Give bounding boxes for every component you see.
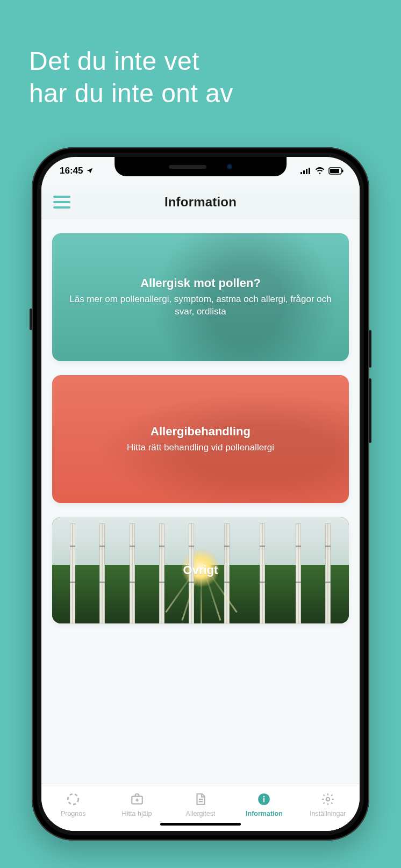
tab-allergitest[interactable]: Allergitest: [169, 784, 232, 826]
svg-rect-2: [306, 169, 307, 174]
card-pollen-allergy[interactable]: Allergisk mot pollen? Läs mer om pollena…: [52, 233, 349, 361]
svg-rect-3: [309, 168, 310, 174]
hamburger-icon: [53, 196, 70, 198]
status-time: 16:45: [60, 166, 83, 176]
phone-frame: 16:45: [32, 147, 369, 841]
svg-point-12: [326, 798, 330, 801]
promo-headline: Det du inte vet har du inte ont av: [29, 45, 372, 110]
home-indicator[interactable]: [160, 823, 241, 826]
tab-information[interactable]: Information: [232, 784, 296, 826]
svg-rect-1: [303, 170, 305, 174]
promo-line-1: Det du inte vet: [29, 47, 199, 75]
phone-side-button: [369, 330, 371, 368]
svg-rect-5: [342, 170, 343, 173]
content-area: Allergisk mot pollen? Läs mer om pollena…: [41, 219, 360, 784]
gear-icon: [321, 792, 335, 808]
svg-point-11: [263, 796, 265, 798]
first-aid-icon: [130, 792, 144, 808]
card-title: Övrigt: [183, 563, 218, 577]
tab-installningar[interactable]: Inställningar: [296, 784, 360, 826]
page-title: Information: [164, 195, 237, 210]
tab-label: Allergitest: [186, 810, 216, 817]
svg-rect-6: [330, 169, 339, 173]
card-subtitle: Läs mer om pollenallergi, symptom, astma…: [67, 293, 334, 318]
cellular-icon: [300, 168, 311, 174]
card-other[interactable]: Övrigt: [52, 517, 349, 623]
tab-hitta-hjalp[interactable]: Hitta hjälp: [105, 784, 168, 826]
notch: [114, 157, 287, 176]
tab-label: Inställningar: [310, 810, 346, 817]
phone-side-button: [369, 378, 371, 443]
location-arrow-icon: [86, 167, 94, 175]
card-subtitle: Hitta rätt behandling vid pollenallergi: [127, 442, 274, 454]
phone-side-button: [30, 309, 32, 330]
info-icon: [257, 792, 271, 808]
svg-rect-0: [300, 172, 302, 174]
tab-label: Hitta hjälp: [122, 810, 152, 817]
tab-prognos[interactable]: Prognos: [41, 784, 105, 826]
promo-line-2: har du inte ont av: [29, 79, 233, 107]
app-header: Information: [41, 185, 360, 219]
tab-label: Information: [246, 810, 283, 817]
svg-rect-10: [263, 798, 264, 802]
progress-circle-icon: [66, 792, 80, 808]
battery-icon: [328, 167, 343, 175]
screen: 16:45: [41, 157, 360, 831]
wifi-icon: [315, 166, 325, 176]
document-icon: [194, 792, 207, 808]
card-allergy-treatment[interactable]: Allergibehandling Hitta rätt behandling …: [52, 375, 349, 503]
card-title: Allergibehandling: [151, 425, 250, 439]
menu-button[interactable]: [53, 196, 70, 209]
tab-label: Prognos: [61, 810, 86, 817]
card-title: Allergisk mot pollen?: [140, 276, 261, 290]
svg-point-7: [68, 794, 78, 805]
